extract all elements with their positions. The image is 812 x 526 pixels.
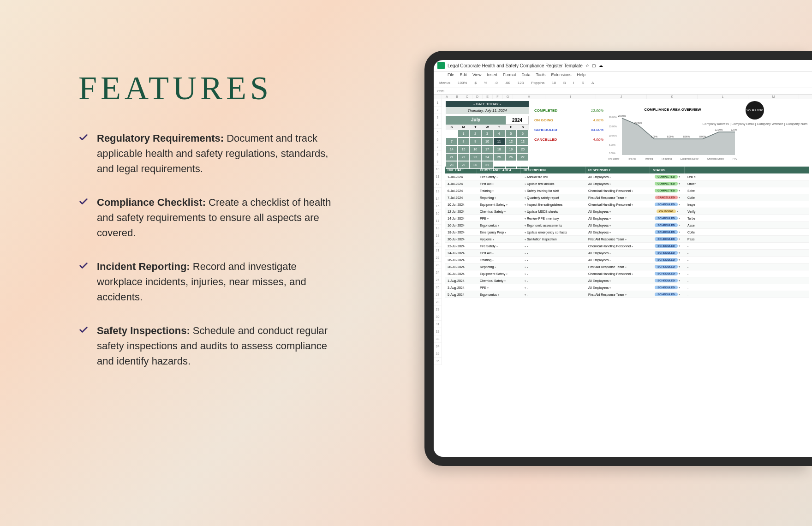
toolbar-button[interactable]: 100% [456, 80, 469, 86]
column-header[interactable]: L [698, 95, 748, 99]
table-row[interactable]: 12-Jul-2024Chemical Safety▾▾ Update MSDS… [445, 208, 809, 215]
row-number[interactable]: 23 [434, 262, 442, 269]
calendar-cell[interactable]: 6 [517, 130, 529, 137]
row-number[interactable]: 34 [434, 343, 442, 350]
column-header[interactable]: E [483, 95, 493, 99]
row-number[interactable]: 9 [434, 158, 442, 166]
calendar-cell[interactable]: 14 [446, 145, 458, 153]
row-number[interactable]: 15 [434, 203, 442, 210]
calendar-cell[interactable]: 19 [505, 145, 517, 153]
table-row[interactable]: 3-Aug-2024PPE▾▾ -All Employees▾SCHEDULED… [445, 284, 809, 291]
row-number[interactable]: 6 [434, 136, 442, 143]
row-number[interactable]: 30 [434, 313, 442, 321]
table-row[interactable]: 1-Jul-2024Fire Safety▾▾ Annual fire dril… [445, 173, 809, 180]
row-number[interactable]: 16 [434, 210, 442, 217]
row-number[interactable]: 25 [434, 276, 442, 284]
calendar-cell[interactable] [493, 161, 505, 169]
table-row[interactable]: 26-Jul-2024Training▾▾ -All Employees▾SCH… [445, 257, 809, 263]
table-row[interactable]: 28-Jul-2024Reporting▾▾ -First Aid Respon… [445, 263, 809, 270]
calendar-cell[interactable]: 7 [446, 137, 458, 145]
column-header[interactable]: C [462, 95, 472, 99]
table-row[interactable]: 1-Aug-2024Chemical Safety▾▾ -All Employe… [445, 277, 809, 284]
calendar-cell[interactable]: 23 [469, 153, 481, 161]
calendar-cell[interactable]: 17 [481, 145, 493, 153]
row-number[interactable]: 20 [434, 239, 442, 247]
calendar-cell[interactable]: 24 [481, 153, 493, 161]
calendar-cell[interactable]: 26 [505, 153, 517, 161]
column-header[interactable] [434, 95, 442, 99]
calendar-cell[interactable]: 10 [481, 137, 493, 145]
menu-item[interactable]: Tools [536, 72, 545, 77]
table-row[interactable]: 7-Jul-2024Reporting▾▾ Quarterly safety r… [445, 194, 809, 201]
table-column-header[interactable] [685, 167, 809, 173]
menu-item[interactable]: Insert [487, 72, 497, 77]
menu-item[interactable]: Format [503, 72, 516, 77]
row-number[interactable]: 1 [434, 99, 442, 107]
table-row[interactable]: 4-Jul-2024First Aid▾▾ Update first aid k… [445, 180, 809, 187]
calendar-cell[interactable]: 13 [517, 137, 529, 145]
column-header[interactable]: I [545, 95, 596, 99]
row-number[interactable]: 7 [434, 143, 442, 151]
calendar-cell[interactable] [505, 161, 517, 169]
calendar-cell[interactable]: 15 [458, 145, 470, 153]
row-number[interactable]: 12 [434, 180, 442, 188]
cloud-icon[interactable]: ☁ [599, 63, 603, 68]
row-number[interactable]: 28 [434, 299, 442, 306]
toolbar-button[interactable]: 10 [550, 80, 558, 86]
column-header[interactable]: F [493, 95, 503, 99]
toolbar-button[interactable]: $ [472, 80, 478, 86]
row-number[interactable]: 24 [434, 269, 442, 276]
row-number[interactable]: 8 [434, 151, 442, 158]
folder-icon[interactable]: ▢ [592, 63, 596, 68]
calendar-cell[interactable]: 1 [458, 130, 470, 137]
column-header[interactable]: H [513, 95, 545, 99]
calendar-cell[interactable]: 16 [469, 145, 481, 153]
calendar-cell[interactable]: 27 [517, 153, 529, 161]
table-row[interactable]: 30-Jul-2024Equipment Safety▾▾ -Chemical … [445, 270, 809, 277]
calendar-cell[interactable]: 11 [493, 137, 505, 145]
calendar-cell[interactable]: 2 [469, 130, 481, 137]
menu-item[interactable]: View [472, 72, 481, 77]
toolbar-button[interactable]: I [571, 80, 576, 86]
row-number[interactable]: 5 [434, 129, 442, 136]
row-number[interactable]: 19 [434, 232, 442, 239]
table-row[interactable]: 18-Jul-2024Emergency Prep▾▾ Update emerg… [445, 229, 809, 236]
calendar-cell[interactable]: 4 [493, 130, 505, 137]
calendar-cell[interactable]: 25 [493, 153, 505, 161]
menu-item[interactable]: Data [521, 72, 530, 77]
column-header[interactable]: A [442, 95, 452, 99]
row-number[interactable]: 33 [434, 335, 442, 343]
row-number[interactable]: 2 [434, 107, 442, 114]
menu-item[interactable]: Extensions [551, 72, 571, 77]
table-row[interactable]: 22-Jul-2024Fire Safety▾▾ -Chemical Handl… [445, 243, 809, 250]
calendar-cell[interactable]: 12 [505, 137, 517, 145]
column-header[interactable]: B [452, 95, 462, 99]
calendar-cell[interactable]: 9 [469, 137, 481, 145]
toolbar-button[interactable]: .00 [503, 80, 512, 86]
toolbar-button[interactable]: Poppins [529, 80, 546, 86]
row-number[interactable]: 29 [434, 306, 442, 313]
row-number[interactable]: 18 [434, 225, 442, 232]
calendar-cell[interactable]: 5 [505, 130, 517, 137]
toolbar-button[interactable]: A [590, 80, 596, 86]
row-number[interactable]: 26 [434, 284, 442, 291]
menu-item[interactable]: Edit [460, 72, 467, 77]
calendar-cell[interactable]: 8 [458, 137, 470, 145]
row-number[interactable]: 17 [434, 217, 442, 225]
calendar-cell[interactable]: 18 [493, 145, 505, 153]
row-number[interactable]: 4 [434, 121, 442, 129]
calendar-cell[interactable]: 31 [481, 161, 493, 169]
table-column-header[interactable]: STATUS [650, 167, 685, 173]
calendar-cell[interactable]: 30 [469, 161, 481, 169]
calendar-cell[interactable]: 20 [517, 145, 529, 153]
calendar-cell[interactable]: 21 [446, 153, 458, 161]
row-number[interactable]: 21 [434, 247, 442, 254]
row-number[interactable]: 36 [434, 358, 442, 365]
row-number[interactable]: 14 [434, 195, 442, 203]
menu-item[interactable]: File [448, 72, 454, 77]
calendar-cell[interactable] [517, 161, 529, 169]
table-column-header[interactable]: RESPONSIBLE [585, 167, 650, 173]
row-number[interactable]: 31 [434, 321, 442, 328]
row-number[interactable]: 27 [434, 291, 442, 299]
toolbar-button[interactable]: Menus [437, 80, 452, 86]
